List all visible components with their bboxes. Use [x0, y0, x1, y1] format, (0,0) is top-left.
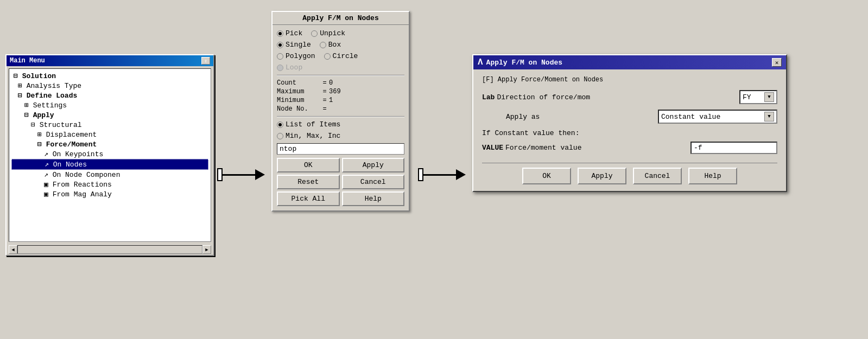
dialog-cancel-button[interactable]: Cancel: [633, 168, 682, 184]
lab-dropdown-arrow-icon[interactable]: ▼: [764, 92, 774, 102]
apply-as-dropdown-value: Constant value: [661, 113, 720, 121]
pick-all-button[interactable]: Pick All: [277, 191, 340, 206]
reset-button[interactable]: Reset: [277, 175, 340, 189]
from-mag-analy-item[interactable]: ▣ From Mag Analy: [11, 189, 208, 199]
loop-radio-item: Loop: [277, 63, 302, 72]
value-label: VALUE: [482, 144, 503, 152]
nodeno-label: Node No.: [277, 105, 320, 113]
pick-unpick-group: Pick Unpick: [277, 29, 404, 37]
apply-as-label: Apply as: [482, 113, 658, 121]
unpick-radio[interactable]: [311, 30, 318, 37]
define-loads-item[interactable]: ⊟ Define Loads: [11, 91, 208, 100]
double-bar-2: [418, 168, 423, 181]
horizontal-scrollbar[interactable]: [17, 245, 202, 254]
loop-label: Loop: [286, 63, 302, 72]
loop-radio: [277, 65, 283, 71]
close-button[interactable]: ✕: [772, 58, 782, 67]
dialog-ok-button[interactable]: OK: [522, 168, 571, 184]
on-node-component-item[interactable]: ↗ On Node Componen: [11, 170, 208, 180]
circle-radio-item[interactable]: Circle: [324, 52, 358, 60]
apply-as-row: Apply as Constant value ▼: [482, 110, 777, 124]
scroll-left-button[interactable]: ◀: [9, 245, 17, 254]
single-radio[interactable]: [277, 42, 283, 48]
pick-label: Pick: [286, 29, 302, 37]
on-nodes-item[interactable]: ↗ On Nodes: [11, 159, 208, 170]
menu-tree: ⊟ Solution ⊞ Analysis Type ⊟ Define Load…: [9, 68, 211, 242]
min-max-radio[interactable]: [277, 133, 283, 139]
pick-radio-item[interactable]: Pick: [277, 29, 302, 37]
value-input[interactable]: [690, 142, 777, 154]
arrow-1: [217, 168, 265, 181]
list-items-label: List of Items: [286, 120, 340, 129]
single-radio-item[interactable]: Single: [277, 41, 311, 49]
ok-button[interactable]: OK: [277, 158, 340, 172]
dialog-help-button[interactable]: Help: [688, 168, 737, 184]
box-radio-item[interactable]: Box: [320, 41, 341, 49]
box-label: Box: [328, 41, 341, 49]
if-const-label: If Constant value then:: [482, 129, 777, 137]
single-label: Single: [286, 41, 311, 49]
minimum-val: 1: [329, 97, 404, 104]
force-moment-item[interactable]: ⊟ Force/Moment: [11, 139, 208, 149]
arrow-head-1: [255, 169, 265, 180]
ansys-logo-icon: Λ: [478, 57, 483, 67]
bottom-buttons: OK Apply Cancel Help: [482, 163, 777, 184]
count-eq: =: [320, 79, 329, 87]
min-max-label: Min, Max, Inc: [286, 132, 340, 140]
min-max-radio-item[interactable]: Min, Max, Inc: [277, 132, 340, 140]
polygon-radio-item[interactable]: Polygon: [277, 52, 315, 60]
list-input[interactable]: [277, 143, 404, 155]
list-items-radio[interactable]: [277, 121, 283, 128]
maximum-val: 369: [329, 88, 404, 95]
apply-dialog-title-left: Λ Apply F/M on Nodes: [478, 57, 562, 67]
scroll-right-button[interactable]: ▶: [202, 245, 211, 254]
button-grid: OK Apply Reset Cancel Pick All Help: [277, 158, 404, 206]
pick-radio[interactable]: [277, 30, 283, 37]
nodeno-eq: =: [320, 105, 329, 113]
value-row: VALUE Force/moment value: [482, 142, 777, 154]
maximize-button[interactable]: ⇧: [201, 57, 210, 65]
lab-label: Lab: [482, 93, 495, 101]
displacement-item[interactable]: ⊞ Displacement: [11, 130, 208, 139]
apply-dialog-body: [F] Apply Force/Moment on Nodes Lab Dire…: [473, 69, 786, 191]
box-radio[interactable]: [320, 42, 326, 48]
arrow-line-2: [423, 174, 456, 176]
lab-row: Lab Direction of force/mom FY ▼: [482, 90, 777, 104]
dialog-apply-button[interactable]: Apply: [578, 168, 626, 184]
lab-dropdown[interactable]: FY ▼: [739, 90, 777, 104]
apply-item[interactable]: ⊟ Apply: [11, 110, 208, 120]
apply-as-dropdown-arrow-icon[interactable]: ▼: [764, 112, 774, 121]
main-menu-window: Main Menu ⇧ ⊟ Solution ⊞ Analysis Type ⊟…: [5, 54, 214, 256]
nodeno-row: Node No. =: [277, 105, 404, 113]
unpick-radio-item[interactable]: Unpick: [311, 29, 345, 37]
apply-dialog: Λ Apply F/M on Nodes ✕ [F] Apply Force/M…: [472, 54, 787, 192]
list-items-radio-item[interactable]: List of Items: [277, 120, 340, 129]
single-box-group: Single Box: [277, 41, 404, 49]
from-reactions-item[interactable]: ▣ From Reactions: [11, 180, 208, 189]
apply-dialog-title: Apply F/M on Nodes: [486, 59, 562, 67]
circle-radio[interactable]: [324, 53, 331, 60]
cancel-button[interactable]: Cancel: [342, 175, 405, 189]
polygon-radio[interactable]: [277, 53, 283, 60]
pick-window-body: Pick Unpick Single Box Polygon: [273, 25, 409, 210]
divider-1: [277, 75, 404, 76]
maximum-label: Maximum: [277, 88, 320, 95]
analysis-type-item[interactable]: ⊞ Analysis Type: [11, 81, 208, 91]
circle-label: Circle: [333, 52, 358, 60]
structural-item[interactable]: ⊟ Structural: [11, 120, 208, 130]
count-label: Count: [277, 79, 320, 87]
settings-item[interactable]: ⊞ Settings: [11, 100, 208, 110]
polygon-label: Polygon: [286, 52, 315, 60]
apply-dialog-title-bar: Λ Apply F/M on Nodes ✕: [473, 55, 786, 69]
pick-window-title: Apply F/M on Nodes: [273, 12, 409, 25]
apply-as-dropdown[interactable]: Constant value ▼: [658, 110, 777, 124]
on-keypoints-item[interactable]: ↗ On Keypoints: [11, 149, 208, 159]
apply-button[interactable]: Apply: [342, 158, 405, 172]
lab-desc: Direction of force/mom: [497, 93, 739, 101]
arrow-line-1: [223, 174, 255, 176]
help-button[interactable]: Help: [342, 191, 405, 206]
minimum-eq: =: [320, 97, 329, 104]
title-bar-controls: ⇧: [201, 57, 210, 65]
solution-item[interactable]: ⊟ Solution: [11, 71, 208, 81]
count-val: 0: [329, 79, 404, 87]
